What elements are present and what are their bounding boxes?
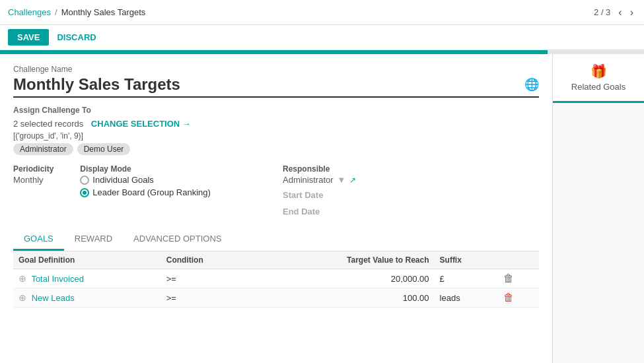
tab-advanced-options[interactable]: ADVANCED OPTIONS — [123, 228, 232, 251]
start-date-label: Start Date — [283, 190, 539, 200]
responsible-value-row: Administrator ▼ ↗ — [283, 175, 539, 185]
radio-individual[interactable]: Individual Goals — [80, 175, 211, 185]
periodicity-value: Monthly — [13, 175, 54, 185]
change-selection-button[interactable]: CHANGE SELECTION → — [91, 119, 191, 129]
breadcrumb-parent[interactable]: Challenges — [8, 7, 51, 17]
tabs-bar: GOALS REWARD ADVANCED OPTIONS — [13, 228, 539, 251]
main-layout: Challenge Name Monthly Sales Targets 🌐 A… — [0, 54, 644, 363]
breadcrumb-current: Monthly Sales Targets — [61, 7, 146, 17]
domain-filter: [('groups_id', 'in', 9)] — [13, 131, 539, 141]
navigation-buttons: 2 / 3 ‹ › — [594, 5, 636, 20]
radio-leaderboard[interactable]: Leader Board (Group Ranking) — [80, 187, 211, 197]
display-mode-options: Individual Goals Leader Board (Group Ran… — [80, 175, 211, 197]
col-target: Target Value to Reach — [254, 251, 435, 269]
action-bar: SAVE DISCARD — [0, 25, 644, 50]
table-row: ⊕ Total Invoiced >= 20,000.00 £ 🗑 — [13, 269, 539, 288]
goals-table: Goal Definition Condition Target Value t… — [13, 251, 539, 308]
display-mode-field: Display Mode Individual Goals Leader Boa… — [80, 164, 211, 197]
periodicity-field: Periodicity Monthly — [13, 164, 54, 197]
table-row: ⊕ New Leads >= 100.00 leads 🗑 — [13, 288, 539, 308]
periodicity-label: Periodicity — [13, 164, 54, 174]
tag-badges: Administrator Demo User — [13, 143, 539, 155]
gift-icon: 🎁 — [590, 63, 607, 79]
field-col-right: Responsible Administrator ▼ ↗ Start Date… — [283, 164, 539, 218]
end-date-field: End Date — [283, 207, 539, 218]
save-button[interactable]: SAVE — [8, 29, 49, 46]
row2-target: 100.00 — [254, 288, 435, 308]
tag-badge-admin: Administrator — [13, 143, 73, 155]
row1-delete[interactable]: 🗑 — [498, 269, 539, 288]
challenge-name-value: Monthly Sales Targets 🌐 — [13, 75, 539, 98]
responsible-label: Responsible — [283, 164, 539, 174]
col-condition: Condition — [161, 251, 254, 269]
col-actions — [498, 251, 539, 269]
breadcrumb: Challenges / Monthly Sales Targets — [8, 7, 594, 17]
field-col-left: Periodicity Monthly Display Mode Individ… — [13, 164, 269, 218]
responsible-dropdown-icon[interactable]: ▼ — [338, 175, 346, 185]
top-bar: Challenges / Monthly Sales Targets 2 / 3… — [0, 0, 644, 25]
col-goal-def: Goal Definition — [13, 251, 161, 269]
breadcrumb-separator: / — [55, 7, 57, 17]
col-suffix: Suffix — [435, 251, 498, 269]
responsible-field: Responsible Administrator ▼ ↗ — [283, 164, 539, 185]
row1-condition: >= — [161, 269, 254, 288]
row1-target: 20,000.00 — [254, 269, 435, 288]
start-date-field: Start Date — [283, 190, 539, 201]
drag-handle-1[interactable]: ⊕ — [18, 273, 26, 284]
delete-btn-2[interactable]: 🗑 — [503, 292, 514, 304]
page-indicator: 2 / 3 — [594, 7, 610, 17]
challenge-name-label: Challenge Name — [13, 65, 539, 74]
progress-bar-area — [0, 50, 644, 54]
delete-btn-1[interactable]: 🗑 — [503, 273, 514, 284]
discard-button[interactable]: DISCARD — [57, 32, 96, 42]
prev-button[interactable]: ‹ — [616, 5, 624, 20]
next-button[interactable]: › — [627, 5, 636, 20]
globe-icon: 🌐 — [524, 77, 539, 92]
row2-suffix: leads — [435, 288, 498, 308]
row2-goal-def: ⊕ New Leads — [13, 288, 161, 308]
row2-condition: >= — [161, 288, 254, 308]
row1-goal-def: ⊕ Total Invoiced — [13, 269, 161, 288]
row1-suffix: £ — [435, 269, 498, 288]
display-mode-label: Display Mode — [80, 164, 211, 174]
goal-link-1[interactable]: Total Invoiced — [31, 274, 84, 284]
form-area: Challenge Name Monthly Sales Targets 🌐 A… — [0, 54, 552, 363]
related-goals-label: Related Goals — [571, 82, 626, 92]
tab-reward[interactable]: REWARD — [64, 228, 123, 251]
goal-link-2[interactable]: New Leads — [32, 293, 75, 303]
related-goals-tab[interactable]: 🎁 Related Goals — [553, 54, 644, 103]
selected-records: 2 selected records CHANGE SELECTION → — [13, 119, 539, 129]
drag-handle-2[interactable]: ⊕ — [18, 292, 26, 303]
radio-circle-individual — [80, 176, 89, 185]
fields-row: Periodicity Monthly Display Mode Individ… — [13, 164, 539, 218]
radio-label-leaderboard: Leader Board (Group Ranking) — [92, 187, 211, 197]
row2-delete[interactable]: 🗑 — [498, 288, 539, 308]
responsible-value: Administrator — [283, 175, 334, 185]
assign-label: Assign Challenge To — [13, 106, 539, 115]
tab-goals[interactable]: GOALS — [13, 228, 64, 251]
radio-label-individual: Individual Goals — [92, 175, 154, 185]
end-date-label: End Date — [283, 207, 539, 216]
right-panel: 🎁 Related Goals — [552, 54, 644, 363]
progress-bar-fill — [0, 50, 548, 54]
radio-circle-leaderboard — [80, 188, 89, 197]
external-link-icon[interactable]: ↗ — [349, 176, 356, 185]
tag-badge-demo: Demo User — [77, 143, 131, 155]
